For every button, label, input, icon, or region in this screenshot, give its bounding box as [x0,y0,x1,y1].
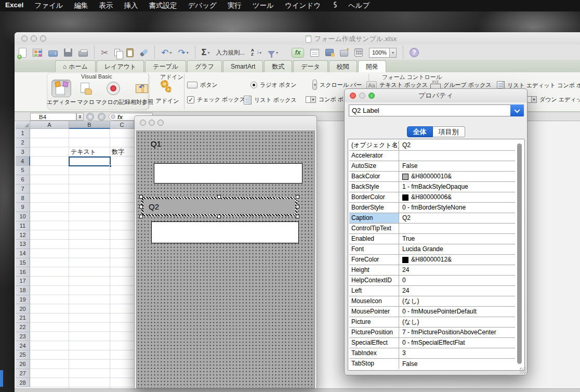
property-name[interactable]: PicturePosition [349,328,399,337]
zoom-control[interactable]: 100% ▾ [369,48,397,58]
save-button[interactable] [64,46,72,59]
property-name[interactable]: Caption [349,213,399,223]
row-header[interactable]: 10 [16,212,30,221]
enter-button[interactable]: ✓ [98,113,106,121]
form-textbox-1[interactable] [154,163,302,184]
ribbon-tab[interactable]: ⌂テーブル [145,60,186,72]
minimize-button[interactable] [149,120,155,126]
new-document-button[interactable] [19,46,27,59]
row-header[interactable]: 9 [16,203,30,212]
row-header[interactable]: 25 [16,350,30,360]
property-name[interactable]: (オブジェクト名) [349,140,399,150]
ribbon-tab[interactable]: ⌂SmartArt [223,60,263,72]
redo-button[interactable]: ↷▾ [178,46,189,59]
property-value[interactable]: &H80000010& [399,172,515,181]
property-value[interactable]: False [399,161,515,171]
row-header[interactable]: 26 [16,360,30,369]
relative-reference-button[interactable]: 相対参照 [130,80,153,106]
form-label-q2-selected[interactable]: Q2 [141,197,297,216]
addin-button[interactable]: アドイン [153,80,182,105]
menu-item[interactable]: 挿入 [124,1,138,10]
property-row[interactable]: MousePointer 0 - fmMousePointerDefault [349,307,515,317]
selection-handle[interactable] [217,195,221,199]
property-value[interactable]: &H80000012& [399,255,515,265]
property-row[interactable]: BackStyle 1 - fmBackStyleOpaque [349,182,515,192]
selection-handle[interactable] [139,205,143,208]
property-name[interactable]: ControlTipText [349,224,399,233]
ribbon-tab[interactable]: ⌂校閲 [329,60,357,72]
selection-handle[interactable] [139,195,143,199]
property-row[interactable]: ForeColor &H80000012& [349,255,515,265]
insert-textbox-control[interactable]: Aa テキスト ボックス [366,81,428,89]
zoom-dropdown-button[interactable]: ▾ [390,48,397,58]
row-header[interactable]: 5 [16,166,30,175]
ribbon-tab[interactable]: ⌂グラフ [187,60,222,72]
format-painter-button[interactable] [140,46,148,59]
row-header[interactable]: 28 [16,378,30,387]
property-name[interactable]: ForeColor [349,255,399,265]
grid-scrollbar[interactable] [517,143,522,364]
ribbon-tab[interactable]: ⌂開発 [358,60,386,72]
insert-button-control[interactable]: ボタン [187,81,218,89]
property-name[interactable]: BorderColor [349,192,399,202]
zoom-window-button[interactable] [40,35,46,42]
cell-c3[interactable]: 数字 [112,148,124,157]
menu-item[interactable]: Excel [5,1,23,10]
property-value[interactable]: 0 - fmBorderStyleNone [399,203,515,213]
menu-item[interactable]: デバッグ [188,1,217,10]
tab-alphabetic[interactable]: 全体 [407,126,433,137]
property-name[interactable]: BackColor [349,172,399,181]
selection-handle[interactable] [296,215,299,218]
row-header[interactable]: 14 [16,249,30,258]
help-button[interactable]: ? [410,46,419,59]
property-value[interactable]: False [399,359,515,369]
row-header[interactable]: 12 [16,230,30,240]
property-value[interactable]: 1 - fmBackStyleOpaque [399,182,515,192]
row-header[interactable]: 24 [16,341,30,350]
property-name[interactable]: BackStyle [349,182,399,192]
property-value[interactable]: &H80000006& [399,192,515,202]
row-header[interactable]: 20 [16,304,30,313]
property-row[interactable]: Left 24 [349,286,515,296]
property-row[interactable]: SpecialEffect 0 - fmSpecialEffectFlat [349,338,515,348]
column-header-b[interactable]: B [69,121,110,129]
menu-item[interactable]: 編集 [74,1,88,10]
property-name[interactable]: Picture [349,317,399,327]
record-macro-button[interactable]: マクロの記録 [96,80,130,106]
validation-button[interactable]: 入力規則... [216,46,245,59]
selector-dropdown-button[interactable] [510,104,524,116]
resize-grip[interactable] [520,368,526,374]
property-name[interactable]: BorderStyle [349,203,399,213]
property-name[interactable]: MouseIcon [349,296,399,306]
toolbox-button[interactable] [340,46,348,59]
property-row[interactable]: MouseIcon (なし) [349,296,515,307]
property-name[interactable]: TabStop [349,359,399,369]
cancel-button[interactable]: ✕ [86,113,94,121]
property-row[interactable]: BorderStyle 0 - fmBorderStyleNone [349,203,515,213]
property-name[interactable]: SpecialEffect [349,338,399,348]
property-name[interactable]: AutoSize [349,161,399,171]
property-row[interactable]: Enabled True [349,234,515,244]
property-row[interactable]: ControlTipText [349,224,515,234]
cell-b3[interactable]: テキスト [71,148,96,157]
row-header[interactable]: 1 [16,129,30,138]
property-row[interactable]: HelpContextID 0 [349,276,515,286]
menu-item-help[interactable]: ヘルプ [348,1,370,10]
row-header[interactable]: 15 [16,258,30,268]
property-row[interactable]: Font Lucida Grande [349,244,515,255]
property-value[interactable]: (なし) [399,296,515,306]
property-value[interactable]: 0 - fmMousePointerDefault [399,307,515,317]
undo-button[interactable]: ↶▾ [161,46,172,59]
menu-item[interactable]: 実行 [228,1,242,10]
property-name[interactable]: Accelerator [349,151,399,161]
property-value[interactable] [399,151,515,161]
column-header-c[interactable]: C [110,121,134,129]
macro-button[interactable]: マクロ [76,80,96,106]
property-name[interactable]: Height [349,265,399,275]
row-header[interactable]: 22 [16,323,30,332]
menu-item[interactable]: 表示 [99,1,113,10]
property-row[interactable]: AutoSize False [349,161,515,172]
property-row[interactable]: BackColor &H80000010& [349,172,515,182]
column-header-a[interactable]: A [30,121,69,129]
menu-item[interactable]: ファイル [34,1,63,10]
